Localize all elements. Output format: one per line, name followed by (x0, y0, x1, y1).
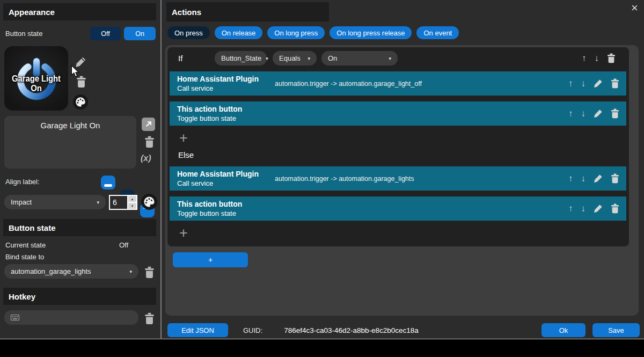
button-state-title: Button state (9, 223, 56, 232)
tab-label: On release (222, 29, 256, 37)
palette-icon (143, 195, 156, 208)
add-action-button[interactable]: + (173, 252, 248, 267)
tab-on-long-press[interactable]: On long press (267, 26, 325, 39)
bind-state-label: Bind state to (5, 253, 44, 261)
action-title: This action button (177, 199, 275, 209)
edit-json-button[interactable]: Edit JSON (167, 323, 228, 337)
tab-on-press[interactable]: On press (167, 26, 210, 39)
dialog-footer: Edit JSON GUID: 786ef4c3-ca03-46d2-a8bb-… (167, 323, 640, 337)
image-color-button[interactable] (73, 94, 88, 110)
pencil-icon[interactable] (594, 109, 603, 118)
move-down-icon[interactable]: ↓ (581, 109, 586, 118)
move-down-icon[interactable]: ↓ (595, 54, 599, 63)
tab-on-event[interactable]: On event (416, 26, 459, 39)
trash-icon[interactable] (611, 78, 619, 89)
actions-container: If Button_State ▾ Equals ▾ On ▾ (165, 45, 639, 316)
spinner-up-button[interactable]: ▲ (128, 196, 136, 203)
move-up-icon[interactable]: ↑ (582, 54, 587, 63)
action-list: If Button_State ▾ Equals ▾ On ▾ (167, 47, 629, 246)
action-row-text: Home Assistant Plugin Call service (177, 74, 275, 93)
condition-value: On (328, 54, 337, 62)
state-off-button[interactable]: Off (90, 27, 121, 40)
button-preview-label: Garage Light On (7, 74, 65, 93)
close-icon[interactable]: × (631, 2, 638, 14)
save-button[interactable]: Save (592, 323, 640, 337)
label-color-button[interactable] (141, 194, 157, 210)
chevron-down-icon: ▾ (92, 200, 99, 205)
trash-icon[interactable] (611, 203, 619, 214)
action-row[interactable]: Home Assistant Plugin Call service autom… (170, 166, 626, 191)
action-row-text: This action button Toggle button state (177, 104, 275, 123)
trash-icon[interactable] (611, 173, 619, 184)
button-preview[interactable]: Garage Light On (4, 46, 68, 111)
move-up-icon[interactable]: ↑ (568, 109, 573, 118)
font-size-stepper[interactable]: 6 ▲ ▼ (109, 195, 137, 210)
align-bottom-button[interactable] (101, 176, 115, 190)
action-event-tabs: On press On release On long press On lon… (167, 26, 459, 39)
tab-label: On press (174, 29, 203, 37)
trash-icon (144, 312, 155, 325)
action-row[interactable]: This action button Toggle button state ↑… (170, 101, 626, 126)
guid-label: GUID: (243, 326, 262, 334)
delete-bind-button[interactable] (143, 265, 155, 279)
action-row-controls: ↑ ↓ (568, 108, 626, 119)
action-row[interactable]: Home Assistant Plugin Call service autom… (170, 71, 626, 96)
condition-value-dropdown[interactable]: On ▾ (321, 51, 398, 65)
trash-icon[interactable] (607, 53, 616, 63)
button-config-dialog: Appearance Button state Off On (0, 0, 644, 339)
spinner-down-button[interactable]: ▼ (128, 203, 136, 209)
font-size-value: 6 (110, 196, 127, 209)
pencil-icon[interactable] (594, 79, 603, 88)
condition-operator-dropdown[interactable]: Equals ▾ (273, 51, 317, 65)
tab-on-long-press-release[interactable]: On long press release (330, 26, 412, 39)
guid-value: 786ef4c3-ca03-46d2-a8bb-e8c2b0cec18a (284, 326, 419, 334)
move-up-icon[interactable]: ↑ (568, 174, 573, 183)
move-down-icon[interactable]: ↓ (581, 204, 586, 213)
clear-label-button[interactable]: (x) (141, 154, 151, 163)
open-label-editor-button[interactable] (142, 118, 155, 131)
ok-button[interactable]: Ok (541, 323, 586, 337)
action-row[interactable]: This action button Toggle button state ↑… (170, 196, 626, 221)
move-up-icon[interactable]: ↑ (568, 79, 573, 88)
label-text-area[interactable]: Garage Light On (4, 116, 136, 169)
tab-on-release[interactable]: On release (215, 26, 263, 39)
open-external-icon (144, 120, 152, 128)
hotkey-header: Hotkey (3, 288, 156, 305)
add-then-action-icon[interactable]: + (177, 132, 190, 144)
condition-row: If Button_State ▾ Equals ▾ On ▾ (178, 51, 623, 65)
trash-icon[interactable] (611, 108, 619, 119)
keyboard-icon (11, 315, 19, 320)
label-text: Garage Light On (41, 121, 100, 130)
move-down-icon[interactable]: ↓ (581, 174, 586, 183)
align-bottom-icon (104, 184, 112, 187)
action-title: Home Assistant Plugin (177, 169, 275, 179)
align-label-text: Align label: (5, 178, 40, 186)
chevron-down-icon: ▾ (125, 269, 132, 274)
add-else-action-icon[interactable]: + (177, 227, 190, 239)
bind-state-dropdown[interactable]: automation_garage_lights ▾ (4, 264, 138, 279)
condition-variable-dropdown[interactable]: Button_State ▾ (215, 51, 267, 65)
state-on-button[interactable]: On (124, 27, 156, 40)
move-down-icon[interactable]: ↓ (581, 79, 586, 88)
delete-label-button[interactable] (143, 135, 155, 149)
current-state-label: Current state (5, 241, 46, 249)
add-action-button-label: + (208, 256, 213, 264)
edit-json-label: Edit JSON (181, 326, 214, 334)
hotkey-input[interactable] (4, 310, 138, 325)
actions-header: Actions (166, 2, 329, 21)
pencil-icon[interactable] (594, 204, 603, 213)
delete-hotkey-button[interactable] (143, 311, 155, 325)
move-up-icon[interactable]: ↑ (568, 204, 573, 213)
action-row-controls: ↑ ↓ (568, 78, 626, 89)
font-dropdown[interactable]: Impact ▾ (4, 195, 106, 209)
chevron-down-icon: ▾ (384, 56, 391, 61)
trash-icon (144, 266, 155, 279)
font-dropdown-value: Impact (11, 198, 32, 206)
condition-operator-value: Equals (279, 54, 301, 62)
condition-row-controls: ↑ ↓ (582, 53, 623, 63)
tab-label: On long press (274, 29, 318, 37)
hotkey-title: Hotkey (9, 292, 35, 301)
pencil-icon[interactable] (594, 174, 603, 183)
else-label: Else (178, 150, 629, 160)
action-row-controls: ↑ ↓ (568, 203, 626, 214)
